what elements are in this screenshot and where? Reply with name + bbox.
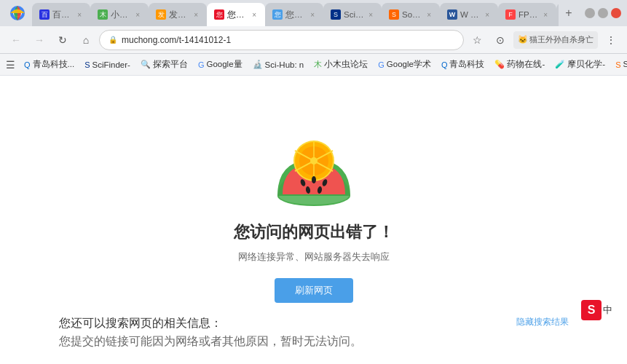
tab-muweimu[interactable]: 木 小木虫 × <box>90 3 149 26</box>
bookmark-scihub-icon: 🔬 <box>253 60 263 69</box>
sogou-s-icon: S <box>581 300 602 320</box>
profile-button[interactable]: 🐱 猫王外孙自杀身亡 <box>513 31 598 49</box>
search-suggestion-title: 您还可以搜索网页的相关信息： <box>59 316 362 331</box>
search-suggestion-left: 您还可以搜索网页的相关信息： 您提交的链接可能因为网络或者其他原因，暂时无法访问… <box>59 316 362 349</box>
nav-right-area: ☆ ⊙ 🐱 猫王外孙自杀身亡 ⋮ <box>467 30 621 50</box>
error-title: 您访问的网页出错了！ <box>234 221 394 243</box>
bookmark-scifinder-bk-icon: S <box>84 60 90 69</box>
tab-word[interactable]: W W downl... × <box>440 3 498 26</box>
bookmark-muweimu-bbs[interactable]: 木 小木虫论坛 <box>309 58 372 71</box>
tab-soopat[interactable]: S SooPa... × <box>382 3 440 26</box>
error-illustration <box>274 138 354 210</box>
reload-button[interactable]: ↻ <box>52 30 73 50</box>
tab-yunfang[interactable]: 您 您访问问 × <box>265 3 323 26</box>
bookmark-qingdao-label: 青岛科技... <box>33 59 75 70</box>
tab-faxian-label: 发现帖 <box>169 9 189 20</box>
error-subtitle: 网络连接异常、网站服务器失去响应 <box>238 250 390 264</box>
tab-faxian-close[interactable]: × <box>192 9 200 20</box>
bookmark-google-icon: G <box>198 60 205 69</box>
bookmark-muweimu-bbs-icon: 木 <box>314 59 322 70</box>
bookmark-muweimu-bbs-label: 小木虫论坛 <box>324 59 368 70</box>
tab-word-close[interactable]: × <box>484 9 491 20</box>
tab-scifinder[interactable]: S SciFinde... × <box>323 3 382 26</box>
minimize-button[interactable] <box>585 8 595 18</box>
new-tab-button[interactable]: + <box>559 3 579 23</box>
sogou-zh-label: 中 <box>603 304 612 317</box>
home-button[interactable]: ⌂ <box>76 30 96 50</box>
search-suggestion-desc: 您提交的链接可能因为网络或者其他原因，暂时无法访问。 <box>59 334 362 349</box>
tab-current[interactable]: 您 您访问问 × <box>207 3 265 26</box>
bookmark-scifinder[interactable]: S SciFinder- <box>80 59 135 71</box>
history-button[interactable]: ⊙ <box>490 30 510 50</box>
bookmark-qingdao2[interactable]: Q 青岛科技 <box>437 58 489 71</box>
sogou-badge: S 中 <box>581 300 612 320</box>
tab-scifinder-label: SciFinde... <box>344 10 364 19</box>
forward-button[interactable]: → <box>29 30 50 50</box>
bookmark-soopat-bk[interactable]: S SooPAT 专 <box>611 58 627 71</box>
bookmark-qingdao-icon: Q <box>24 60 31 69</box>
tab-baidu[interactable]: 百 百度一下 × <box>32 3 90 26</box>
tab-scifinder-close[interactable]: × <box>367 9 374 20</box>
tab-baidu-close[interactable]: × <box>76 9 83 20</box>
tab-current-label: 您访问问 <box>227 9 248 20</box>
bookmark-qingdao2-label: 青岛科技 <box>449 59 484 70</box>
lock-icon: 🔒 <box>109 36 117 44</box>
tab-yunfang-close[interactable]: × <box>309 9 316 20</box>
search-suggestion-section: 您还可以搜索网页的相关信息： 您提交的链接可能因为网络或者其他原因，暂时无法访问… <box>59 316 569 349</box>
bookmark-soopat-bk-label: SooPAT 专 <box>623 59 628 70</box>
bookmark-yaowu-icon: 💊 <box>494 60 505 69</box>
nav-bar: ← → ↻ ⌂ 🔒 muchong.com/t-14141012-1 ☆ ⊙ 🐱… <box>0 26 627 54</box>
bookmark-scihub[interactable]: 🔬 Sci-Hub: n <box>248 58 309 71</box>
profile-label: 猫王外孙自杀身亡 <box>529 34 594 45</box>
bookmark-qingdao2-icon: Q <box>441 60 448 69</box>
bookmark-tansuo[interactable]: 🔍 探索平台 <box>136 58 192 71</box>
bookmark-google-scholar-label: Google学术 <box>387 59 431 70</box>
bookmarks-menu-icon[interactable]: ☰ <box>6 59 15 71</box>
profile-icon: 🐱 <box>518 35 528 44</box>
maximize-button[interactable] <box>598 8 608 18</box>
bookmark-yaowu[interactable]: 💊 药物在线- <box>490 58 549 71</box>
tab-soopat-label: SooPa... <box>402 10 422 19</box>
tab-synthe[interactable]: W W Synthe... × <box>556 3 559 26</box>
bookmarks-bar: ☰ Q 青岛科技... S SciFinder- 🔍 探索平台 G Google… <box>0 54 627 76</box>
tab-muweimu-close[interactable]: × <box>134 9 141 20</box>
back-button[interactable]: ← <box>6 30 26 50</box>
bookmark-scihub-label: Sci-Hub: n <box>265 60 304 69</box>
tab-faxian[interactable]: 发 发现帖 × <box>149 3 207 26</box>
tab-current-close[interactable]: × <box>251 9 258 20</box>
refresh-button[interactable]: 刷新网页 <box>275 278 353 303</box>
svg-point-13 <box>310 157 318 165</box>
address-bar[interactable]: 🔒 muchong.com/t-14141012-1 <box>99 30 464 50</box>
title-bar: 百 百度一下 × 木 小木虫 × 发 发现帖 × 您 您访问问 × <box>0 0 627 26</box>
url-text: muchong.com/t-14141012-1 <box>122 35 454 45</box>
bookmark-mopei[interactable]: 🧪 摩贝化学- <box>551 58 610 71</box>
bookmark-qingdao[interactable]: Q 青岛科技... <box>20 58 79 71</box>
tab-fpo[interactable]: F FPO IF... × <box>498 3 556 26</box>
page-content: 您访问的网页出错了！ 网络连接异常、网站服务器失去响应 刷新网页 您还可以搜索网… <box>0 76 627 364</box>
browser-window: 百 百度一下 × 木 小木虫 × 发 发现帖 × 您 您访问问 × <box>0 0 627 364</box>
tab-baidu-label: 百度一下 <box>52 9 73 20</box>
bookmark-tansuo-icon: 🔍 <box>141 60 151 69</box>
bookmark-mopei-label: 摩贝化学- <box>567 59 605 70</box>
bookmark-scifinder-bk-label: SciFinder- <box>92 60 130 69</box>
tab-strip: 百 百度一下 × 木 小木虫 × 发 发现帖 × 您 您访问问 × <box>32 0 559 26</box>
settings-button[interactable]: ⋮ <box>601 30 621 50</box>
bookmark-google[interactable]: G Google量 <box>194 58 247 71</box>
bookmark-tansuo-label: 探索平台 <box>153 59 188 70</box>
close-button[interactable] <box>611 8 621 18</box>
tab-word-label: W downl... <box>460 10 481 19</box>
bookmark-google-label: Google量 <box>206 59 242 70</box>
tab-fpo-close[interactable]: × <box>542 9 549 20</box>
bookmark-soopat-bk-icon: S <box>615 60 620 69</box>
tab-soopat-close[interactable]: × <box>425 9 433 20</box>
browser-logo <box>6 1 29 25</box>
tab-muweimu-label: 小木虫 <box>111 9 131 20</box>
bookmark-star[interactable]: ☆ <box>467 30 487 50</box>
bookmark-google-scholar[interactable]: G Google学术 <box>374 58 435 71</box>
hide-results-link[interactable]: 隐藏搜索结果 <box>516 316 569 349</box>
bookmark-yaowu-label: 药物在线- <box>507 59 545 70</box>
svg-point-15 <box>312 176 316 183</box>
tab-yunfang-label: 您访问问 <box>285 9 306 20</box>
bookmark-mopei-icon: 🧪 <box>555 60 565 69</box>
bookmark-google-scholar-icon: G <box>378 60 385 69</box>
